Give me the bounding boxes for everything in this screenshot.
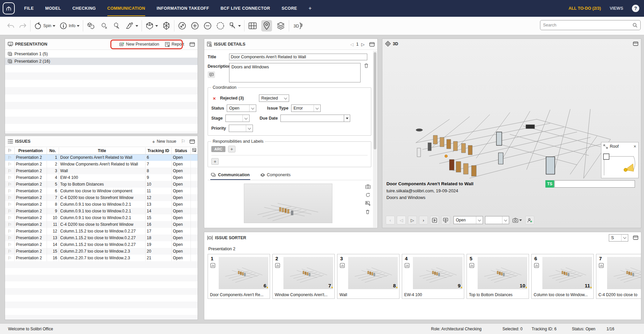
row-flag-icon[interactable]: ⚐	[8, 175, 12, 180]
row-flag-icon[interactable]: ⚐	[8, 242, 12, 247]
title-column-header[interactable]: Title	[59, 147, 145, 154]
issue-table-row[interactable]: ⚐ Presentation 2 7 C-4 D200 too close to…	[5, 194, 198, 201]
undo-icon[interactable]	[7, 22, 15, 29]
presentation-list-item[interactable]: Presentation 1 (5)	[5, 50, 198, 58]
issue-sorter-card[interactable]: 1 6 Door Components Aren't Re...	[208, 254, 270, 299]
tracking-id-column-header[interactable]: Tracking ID	[145, 147, 171, 154]
detach-panel-icon[interactable]	[369, 42, 375, 47]
issue-table-row[interactable]: ⚐ Presentation 2 8 Column.0.9.1 too clos…	[5, 201, 198, 208]
issue-table-row[interactable]: ⚐ Presentation 2 14 Column.1.15.2 too cl…	[5, 241, 198, 248]
issue-table-row[interactable]: ⚐ Presentation 2 6 Column too close to W…	[5, 188, 198, 194]
section-plane-icon[interactable]	[248, 21, 257, 30]
issue-sorter-card[interactable]: 2 7 Window Components Aren't...	[272, 254, 335, 299]
tab-communication[interactable]: Communication	[210, 171, 250, 180]
markup-tool-icon[interactable]	[125, 22, 138, 30]
all-todo-link[interactable]: ALL TO-DO (2/3)	[569, 6, 601, 11]
issue-table-row[interactable]: ⚐ Presentation 2 5 Top to Bottom Distanc…	[5, 181, 198, 188]
nav-information-takeoff[interactable]: INFORMATION TAKEOFF	[157, 1, 209, 16]
redo-icon[interactable]	[19, 22, 27, 29]
row-flag-icon[interactable]: ⚐	[8, 229, 12, 234]
presentation-column-header[interactable]: Presentation	[14, 147, 47, 154]
presentation-pin-icon[interactable]	[261, 20, 272, 31]
comment-input[interactable]	[554, 180, 635, 188]
detach-panel-icon[interactable]	[633, 42, 638, 46]
priority-dropdown[interactable]	[229, 125, 253, 132]
issue-type-dropdown[interactable]: Error	[291, 105, 321, 112]
new-presentation-button[interactable]: New Presentation	[118, 41, 161, 48]
add-participant-button[interactable]	[525, 216, 534, 224]
snapshot-export-icon[interactable]	[365, 201, 371, 207]
rejected-dropdown[interactable]: Rejected	[259, 94, 289, 102]
search-input[interactable]	[543, 23, 632, 27]
issue-table-row[interactable]: ⚐ Presentation 2 11 C-4 D200 too close t…	[5, 221, 198, 228]
issue-table-row[interactable]: ⚐ Presentation 2 12 Column.1.15.2 too cl…	[5, 228, 198, 235]
first-slide-button[interactable]: ‹	[386, 216, 395, 224]
issue-title-input[interactable]: Door Components Aren't Related to Wall	[229, 54, 367, 60]
isolate-components-icon[interactable]	[112, 22, 121, 30]
row-flag-icon[interactable]: ⚐	[8, 195, 12, 200]
viewer-3d-panel[interactable]: 3D	[382, 39, 641, 228]
snapshot-camera-icon[interactable]	[365, 184, 371, 190]
help-icon[interactable]: ?	[632, 5, 639, 12]
view-preset-dropdown[interactable]	[485, 216, 509, 224]
prev-slide-button[interactable]: ◁	[397, 216, 406, 224]
report-button[interactable]: Report	[164, 41, 185, 48]
issue-sorter-card[interactable]: 4 9 EW-4 100	[402, 254, 464, 299]
detach-panel-icon[interactable]	[190, 42, 195, 47]
snapshot-refresh-icon[interactable]	[365, 193, 371, 198]
flag-column-header[interactable]: ⚐	[5, 147, 14, 154]
nav-bcf-live-connector[interactable]: BCF LIVE CONNECTOR	[220, 1, 270, 16]
detach-panel-icon[interactable]	[633, 236, 638, 240]
issue-status-dropdown[interactable]: Open	[453, 216, 483, 224]
row-flag-icon[interactable]: ⚐	[8, 155, 12, 160]
issue-sorter-card[interactable]: 7 12 C-4 D200 too close to	[596, 254, 641, 299]
close-minimap-icon[interactable]: ×	[634, 144, 636, 149]
comment-icon[interactable]	[208, 71, 215, 78]
flag-filter-icon[interactable]: ⚐	[181, 138, 185, 144]
issue-table-row[interactable]: ⚐ Presentation 2 10 Column.0.9.1 too clo…	[5, 214, 198, 221]
nav-file[interactable]: FILE	[24, 1, 34, 16]
stage-dropdown[interactable]	[225, 115, 250, 122]
row-flag-icon[interactable]: ⚐	[8, 202, 12, 207]
no-column-header[interactable]: No.	[47, 147, 59, 154]
issue-snapshot-thumbnail[interactable]	[244, 184, 332, 223]
nav-add-tab-button[interactable]: +	[309, 0, 312, 17]
layers-icon[interactable]	[276, 21, 285, 30]
row-flag-icon[interactable]: ⚐	[8, 236, 12, 241]
nav-score[interactable]: SCORE	[281, 1, 297, 16]
expand-minimap-icon[interactable]	[603, 144, 608, 149]
issue-sorter-card[interactable]: 3 8 Wall	[337, 254, 399, 299]
details-scrollbar[interactable]	[373, 51, 377, 227]
issue-table-row[interactable]: ⚐ Presentation 2 9 Column.0.9.1 too clos…	[5, 208, 198, 214]
sorter-sort-dropdown[interactable]: S	[609, 234, 628, 242]
new-issue-button[interactable]: + New Issue	[151, 138, 177, 145]
detach-panel-icon[interactable]	[190, 139, 195, 144]
due-date-calendar-button[interactable]	[344, 115, 350, 122]
play-presentation-button[interactable]	[430, 216, 439, 224]
zoom-out-icon[interactable]	[203, 21, 212, 30]
issue-table-row[interactable]: ⚐ Presentation 2 15 Column.2.20.7 too cl…	[5, 248, 198, 255]
add-label-button[interactable]: +	[211, 158, 219, 165]
delete-description-icon[interactable]	[364, 63, 369, 69]
roof-minimap-panel[interactable]: Roof ×	[601, 142, 639, 178]
nav-communication[interactable]: COMMUNICATION	[107, 1, 145, 16]
row-flag-icon[interactable]: ⚐	[8, 209, 12, 214]
row-flag-icon[interactable]: ⚐	[8, 222, 12, 227]
presentation-list-item-selected[interactable]: Presentation 2 (16)	[5, 58, 198, 65]
row-flag-icon[interactable]: ⚐	[8, 169, 12, 174]
next-issue-button[interactable]: ▷	[361, 42, 365, 47]
nav-checking[interactable]: CHECKING	[72, 1, 96, 16]
pick-tool-icon[interactable]	[229, 22, 241, 30]
arc-responsibility-chip[interactable]: ARC	[211, 146, 225, 152]
row-flag-icon[interactable]: ⚐	[8, 256, 12, 261]
status-column-header[interactable]: Status	[171, 147, 191, 154]
issue-description-textarea[interactable]: Doors and Windows	[229, 63, 361, 82]
column-picker-icon[interactable]	[191, 147, 198, 154]
footprint-view-icon[interactable]	[162, 21, 171, 30]
view-cube-icon[interactable]	[145, 21, 158, 30]
issue-table-row[interactable]: ⚐ Presentation 2 3 Wall 8 Open	[5, 168, 198, 174]
issue-table-row[interactable]: ⚐ Presentation 2 4 EW-4 100 9 Open	[5, 174, 198, 181]
row-flag-icon[interactable]: ⚐	[8, 189, 12, 194]
info-tool-button[interactable]: Info	[59, 22, 79, 30]
zoom-window-icon[interactable]	[216, 21, 225, 30]
